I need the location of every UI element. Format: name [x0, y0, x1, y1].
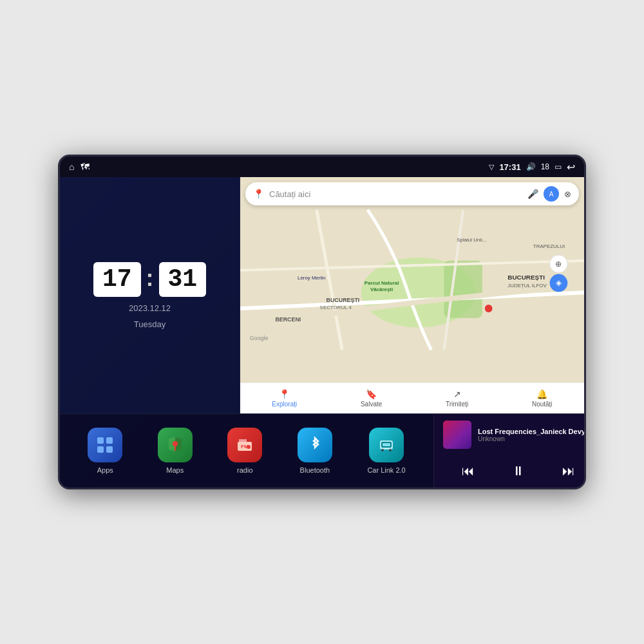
svg-rect-37 — [383, 443, 390, 446]
svg-rect-26 — [106, 446, 113, 453]
maps-nav-icon[interactable]: 🗺 — [80, 162, 90, 172]
top-row: 17 : 31 2023.12.12 Tuesday 📍 Căutați aic… — [60, 177, 584, 413]
mic-icon[interactable]: 🎤 — [527, 189, 538, 199]
radio-label: radio — [237, 466, 252, 474]
news-icon: 🔔 — [536, 389, 547, 399]
svg-point-39 — [389, 449, 392, 451]
svg-rect-25 — [97, 446, 104, 453]
apps-area: Apps Maps — [60, 414, 433, 488]
svg-text:Parcul Natural: Parcul Natural — [365, 280, 399, 286]
svg-text:⊕: ⊕ — [555, 260, 562, 269]
music-player: Lost Frequencies_Janieck Devy-... Unknow… — [433, 414, 584, 488]
share-icon: ↗ — [453, 389, 461, 399]
battery-icon: ▭ — [554, 162, 562, 171]
music-title: Lost Frequencies_Janieck Devy-... — [478, 428, 584, 435]
news-label: Noutăți — [532, 401, 553, 408]
status-time: 17:31 — [499, 162, 520, 172]
app-item-radio[interactable]: FM radio — [227, 428, 262, 474]
map-share-tab[interactable]: ↗ Trimiteți — [446, 389, 468, 408]
explore-icon: 📍 — [279, 389, 290, 399]
clock-day: Tuesday — [134, 319, 166, 329]
carlink-icon — [369, 428, 404, 462]
app-item-carlink[interactable]: Car Link 2.0 — [367, 428, 405, 474]
signal-icon: ▽ — [489, 163, 494, 171]
music-thumbnail-bg — [443, 421, 471, 449]
svg-text:Splaiul Unii...: Splaiul Unii... — [457, 237, 486, 243]
maps-label: Maps — [166, 466, 184, 474]
svg-text:SECTORUL 4: SECTORUL 4 — [320, 305, 352, 310]
prev-button[interactable]: ⏮ — [454, 461, 482, 481]
svg-point-38 — [381, 449, 384, 451]
music-artist: Unknown — [478, 435, 584, 442]
map-news-tab[interactable]: 🔔 Noutăți — [532, 389, 553, 408]
home-icon[interactable]: ⌂ — [69, 162, 74, 172]
svg-point-34 — [247, 445, 251, 449]
map-pin-icon: 📍 — [253, 189, 264, 199]
map-background[interactable]: BUCUREȘTI SECTORUL 4 BUCUREȘTI JUDEȚUL I… — [240, 177, 584, 383]
svg-text:BUCUREȘTI: BUCUREȘTI — [327, 297, 360, 303]
map-svg: BUCUREȘTI SECTORUL 4 BUCUREȘTI JUDEȚUL I… — [240, 177, 584, 383]
svg-rect-32 — [239, 439, 247, 442]
clock-display: 17 : 31 — [93, 262, 206, 297]
map-widget[interactable]: 📍 Căutați aici 🎤 A ⊗ — [240, 177, 584, 413]
svg-text:Văcărești: Văcărești — [370, 287, 393, 292]
map-search-bar[interactable]: 📍 Căutați aici 🎤 A ⊗ — [245, 182, 579, 205]
main-screen: 17 : 31 2023.12.12 Tuesday 📍 Căutați aic… — [60, 177, 584, 488]
bluetooth-label: Bluetooth — [300, 466, 330, 474]
map-bottom-bar: 📍 Explorați 🔖 Salvate ↗ Trimiteți 🔔 Nout… — [240, 383, 584, 413]
status-right-info: ▽ 17:31 🔊 18 ▭ ↩ — [489, 161, 575, 173]
status-bar: ⌂ 🗺 ▽ 17:31 🔊 18 ▭ ↩ — [60, 156, 584, 177]
bottom-row: Apps Maps — [60, 413, 584, 488]
play-pause-button[interactable]: ⏸ — [504, 461, 533, 481]
clock-date: 2023.12.12 — [129, 303, 171, 313]
clock-hours: 17 — [93, 262, 141, 297]
app-item-maps[interactable]: Maps — [158, 428, 193, 474]
svg-text:BUCUREȘTI: BUCUREȘTI — [507, 274, 545, 281]
explore-label: Explorați — [272, 401, 297, 408]
map-saved-tab[interactable]: 🔖 Salvate — [361, 389, 382, 408]
music-info: Lost Frequencies_Janieck Devy-... Unknow… — [443, 421, 584, 449]
music-controls: ⏮ ⏸ ⏭ — [443, 461, 584, 481]
volume-icon: 🔊 — [526, 162, 536, 171]
svg-point-29 — [173, 441, 178, 446]
map-explore-tab[interactable]: 📍 Explorați — [272, 389, 297, 408]
app-item-apps[interactable]: Apps — [88, 428, 122, 474]
user-avatar[interactable]: A — [544, 186, 559, 202]
music-text-area: Lost Frequencies_Janieck Devy-... Unknow… — [478, 428, 584, 442]
layers-icon[interactable]: ⊗ — [564, 189, 571, 199]
apps-label: Apps — [97, 466, 113, 474]
battery-level: 18 — [541, 162, 549, 171]
svg-text:BERCENI: BERCENI — [275, 316, 301, 323]
svg-rect-23 — [97, 437, 104, 444]
clock-minutes: 31 — [159, 262, 207, 297]
svg-rect-24 — [106, 437, 113, 444]
clock-colon: : — [146, 267, 154, 290]
bluetooth-icon — [298, 428, 332, 462]
radio-icon: FM — [227, 428, 262, 462]
app-item-bluetooth[interactable]: Bluetooth — [298, 428, 332, 474]
map-search-placeholder[interactable]: Căutați aici — [269, 189, 522, 199]
svg-text:◈: ◈ — [556, 278, 562, 287]
saved-icon: 🔖 — [366, 389, 377, 399]
share-label: Trimiteți — [446, 401, 468, 408]
apps-icon — [88, 428, 122, 462]
music-thumbnail — [443, 421, 471, 449]
svg-text:Leroy Merlin: Leroy Merlin — [298, 276, 326, 281]
svg-text:JUDEȚUL ILFOV: JUDEȚUL ILFOV — [507, 283, 547, 289]
carlink-label: Car Link 2.0 — [367, 466, 405, 474]
next-button[interactable]: ⏭ — [554, 461, 583, 481]
svg-text:TRAPEZULUI: TRAPEZULUI — [533, 243, 565, 249]
svg-point-22 — [485, 305, 493, 312]
status-left-icons: ⌂ 🗺 — [69, 162, 90, 172]
svg-text:Google: Google — [250, 335, 269, 341]
device-frame: ⌂ 🗺 ▽ 17:31 🔊 18 ▭ ↩ 17 : 31 2023.12.12 … — [58, 155, 586, 489]
back-icon[interactable]: ↩ — [567, 161, 575, 173]
maps-icon — [158, 428, 193, 462]
clock-widget: 17 : 31 2023.12.12 Tuesday — [60, 177, 240, 413]
saved-label: Salvate — [361, 401, 382, 408]
